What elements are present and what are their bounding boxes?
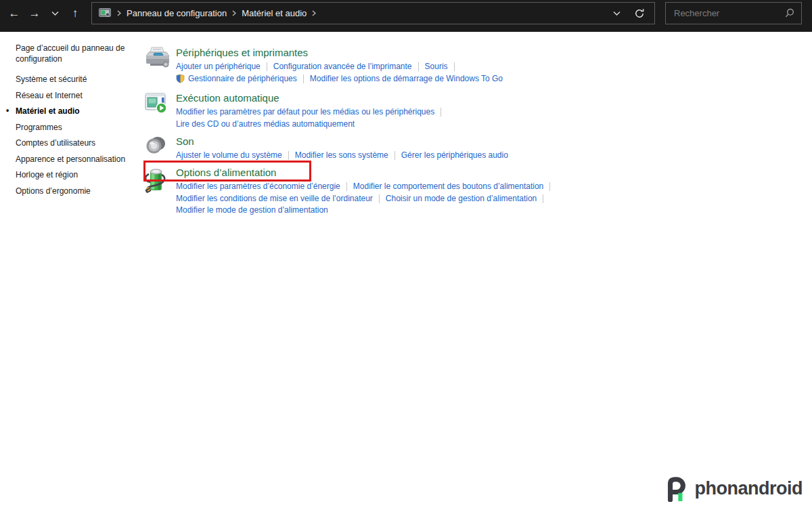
active-bullet-icon: • (6, 105, 9, 116)
sidebar-item-label: Options d’ergonomie (16, 186, 91, 196)
breadcrumb-chevron-icon (115, 10, 123, 16)
task-link[interactable]: Gestionnaire de périphériques (188, 73, 297, 85)
task-row: Modifier les paramètres d’économie d’éne… (176, 181, 556, 193)
search-icon[interactable] (784, 8, 794, 18)
uac-shield-icon (176, 74, 185, 83)
toolbar: ← → ↑ Panneau de configuration Matériel … (0, 0, 812, 32)
sidebar-item-label: Page d’accueil du panneau de configurati… (16, 43, 125, 64)
sidebar-item-label: Comptes d’utilisateurs (16, 138, 95, 148)
section-title-sound[interactable]: Son (176, 135, 194, 148)
breadcrumb-control-panel[interactable]: Panneau de configuration (123, 8, 230, 18)
sidebar: Page d’accueil du panneau de configurati… (16, 43, 139, 201)
back-button[interactable]: ← (4, 1, 24, 26)
task-row: Modifier les paramètres par défaut pour … (176, 106, 447, 119)
refresh-button[interactable] (634, 8, 645, 19)
sidebar-item-appearance-personalization[interactable]: Apparence et personnalisation (16, 154, 139, 165)
sidebar-item-system-security[interactable]: Système et sécurité (16, 74, 139, 85)
task-link[interactable]: Modifier le mode de gestion d’alimentati… (176, 205, 328, 217)
breadcrumb-hardware-sound[interactable]: Matériel et audio (238, 8, 310, 18)
forward-arrow-icon: → (29, 7, 41, 20)
separator (454, 62, 455, 71)
sidebar-item-label: Horloge et région (16, 170, 78, 179)
battery-icon[interactable] (145, 166, 171, 196)
speaker-icon[interactable] (145, 135, 171, 165)
sidebar-item-home[interactable]: Page d’accueil du panneau de configurati… (16, 43, 139, 64)
section-title-power-options[interactable]: Options d’alimentation (176, 166, 276, 179)
task-link[interactable]: Lire des CD ou d’autres médias automatiq… (176, 119, 355, 131)
sidebar-item-user-accounts[interactable]: Comptes d’utilisateurs (16, 137, 139, 148)
up-button[interactable]: ↑ (65, 1, 85, 26)
section-power-options: Options d’alimentationModifier les param… (176, 166, 556, 217)
sidebar-item-label: Matériel et audio (16, 106, 80, 116)
task-link[interactable]: Modifier les options de démarrage de Win… (310, 73, 503, 85)
separator (543, 194, 543, 203)
chevron-down-icon (51, 11, 59, 16)
breadcrumb-chevron-icon (230, 10, 238, 16)
task-link[interactable]: Modifier les paramètres d’économie d’éne… (176, 181, 340, 193)
separator (303, 75, 304, 83)
task-row: Gestionnaire de périphériquesModifier le… (176, 73, 503, 85)
task-row: Lire des CD ou d’autres médias automatiq… (176, 119, 447, 131)
sidebar-item-label: Programmes (16, 123, 62, 132)
separator (346, 182, 347, 191)
task-link[interactable]: Modifier le comportement des boutons d’a… (353, 181, 543, 193)
task-link[interactable]: Modifier les sons système (295, 150, 388, 162)
separator (418, 62, 419, 71)
sidebar-item-programs[interactable]: Programmes (16, 122, 139, 133)
task-row: Modifier le mode de gestion d’alimentati… (176, 205, 556, 217)
separator (379, 194, 380, 203)
sidebar-item-label: Réseau et Internet (16, 91, 83, 100)
watermark-text: phonandroid (695, 480, 803, 498)
control-panel-icon (99, 8, 111, 18)
separator (288, 151, 289, 160)
refresh-icon (634, 8, 645, 19)
task-link[interactable]: Configuration avancée de l’imprimante (273, 61, 412, 73)
task-link[interactable]: Souris (425, 61, 448, 73)
back-arrow-icon: ← (9, 7, 20, 20)
separator (549, 182, 550, 191)
watermark-logo: phonandroid (664, 475, 803, 502)
task-row: Ajouter un périphériqueConfiguration ava… (176, 61, 503, 73)
separator (394, 151, 395, 160)
sidebar-item-clock-region[interactable]: Horloge et région (16, 169, 139, 180)
task-link[interactable]: Choisir un mode de gestion d’alimentatio… (386, 193, 537, 205)
task-link[interactable]: Gérer les périphériques audio (401, 150, 508, 162)
forward-button[interactable]: → (24, 1, 45, 26)
task-link[interactable]: Ajuster le volume du système (176, 150, 282, 162)
up-arrow-icon: ↑ (72, 7, 78, 20)
printer-icon[interactable] (145, 46, 171, 76)
section-devices-printers: Périphériques et imprimantesAjouter un p… (176, 46, 503, 85)
task-link[interactable]: Ajouter un périphérique (176, 61, 261, 73)
section-title-devices-printers[interactable]: Périphériques et imprimantes (176, 46, 308, 59)
autoplay-icon[interactable] (145, 91, 171, 121)
task-row: Modifier les conditions de mise en veill… (176, 193, 556, 205)
task-link[interactable]: Modifier les conditions de mise en veill… (176, 193, 373, 205)
task-row: Ajuster le volume du systèmeModifier les… (176, 150, 508, 162)
address-bar[interactable]: Panneau de configuration Matériel et aud… (91, 2, 655, 24)
phonandroid-logo-icon (664, 475, 689, 502)
address-dropdown-button[interactable] (613, 11, 621, 16)
search-input[interactable] (673, 7, 780, 19)
breadcrumb-chevron-icon (310, 10, 318, 16)
section-sound: SonAjuster le volume du systèmeModifier … (176, 135, 508, 162)
sidebar-item-ease-of-access[interactable]: Options d’ergonomie (16, 186, 139, 196)
separator (267, 62, 267, 71)
recent-pages-button[interactable] (45, 1, 65, 26)
section-title-autoplay[interactable]: Exécution automatique (176, 91, 279, 104)
separator (441, 108, 441, 117)
search-box[interactable] (665, 2, 802, 24)
section-autoplay: Exécution automatiqueModifier les paramè… (176, 91, 447, 130)
sidebar-item-network-internet[interactable]: Réseau et Internet (16, 90, 139, 101)
sidebar-item-label: Apparence et personnalisation (16, 154, 125, 164)
chevron-down-icon (613, 11, 621, 16)
sidebar-item-label: Système et sécurité (16, 75, 87, 84)
sidebar-item-hardware-sound[interactable]: •Matériel et audio (16, 106, 139, 117)
task-link[interactable]: Modifier les paramètres par défaut pour … (176, 106, 434, 119)
